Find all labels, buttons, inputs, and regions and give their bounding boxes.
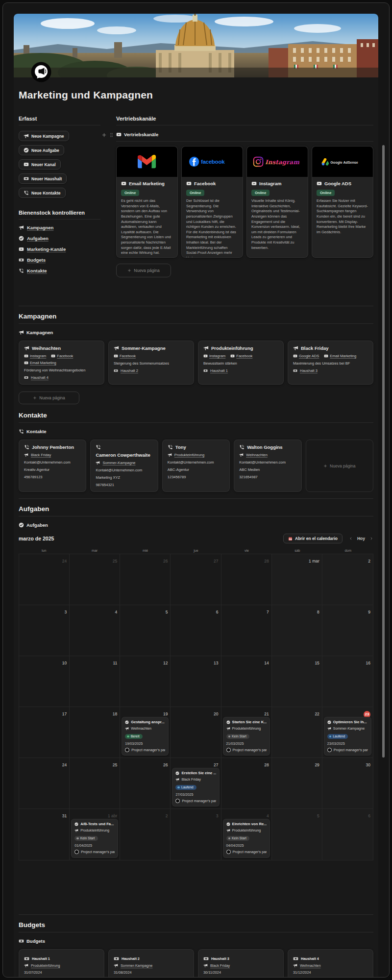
new-page-button[interactable]: Nueva página xyxy=(19,392,79,404)
new-page-card[interactable]: Nueva página xyxy=(306,440,373,492)
channel-card-email-marketing[interactable]: Email MarketingOnlineEs geht nicht um da… xyxy=(116,146,178,258)
campaign-card-black-friday[interactable]: Black FridayGoogle ADSEmail MarketingMax… xyxy=(288,341,373,385)
channel-relation[interactable]: Email Marketing xyxy=(24,361,56,365)
campaign-budget-relation[interactable]: Haushalt 3 xyxy=(293,368,368,373)
calendar-cell[interactable]: 31 xyxy=(19,809,70,860)
calendar-cell[interactable]: 15 xyxy=(272,656,322,707)
budget-card-haushalt-4[interactable]: Haushalt 4Weihnachten31/12/202412/01/202… xyxy=(288,949,373,977)
channel-card-google-ads[interactable]: Google AdSenseGoogle ADSOnlineErfassen S… xyxy=(312,146,373,258)
campaign-budget-relation[interactable]: Haushalt 4 xyxy=(24,375,99,380)
calendar-cell[interactable]: 30 xyxy=(322,758,373,809)
quick-add-button-neue-kontakte[interactable]: Neue Kontakte xyxy=(19,188,66,198)
quick-add-button-neue-aufgabe[interactable]: Neue Aufgabe xyxy=(19,145,64,155)
calendar-cell[interactable]: 8 xyxy=(272,605,322,656)
task-event-card[interactable]: Einrichten von Re...ProdukteinführungKei… xyxy=(223,819,270,858)
calendar-cell[interactable]: 3 xyxy=(19,605,70,656)
chevron-right-icon[interactable] xyxy=(369,537,373,540)
campaign-budget-relation[interactable]: Haushalt 1 xyxy=(203,368,278,373)
calendar-cell[interactable]: 16 xyxy=(322,656,373,707)
calendar-cell[interactable]: 12 xyxy=(120,656,171,707)
sidebar-link-kampagnen[interactable]: Kampagnen xyxy=(19,225,100,230)
calendar-cell[interactable]: 1 abrA/B-Tests und Fa...Produkteinführun… xyxy=(70,809,120,860)
calendar-cell[interactable]: 1 mar xyxy=(272,554,322,605)
new-page-button[interactable]: Nueva página xyxy=(116,264,171,277)
channel-relation[interactable]: Email Marketing xyxy=(324,354,356,358)
channel-card-instagram[interactable]: InstagramInstagramOnlineVisuelle Inhalte… xyxy=(246,146,308,258)
channel-relation[interactable]: Instagram xyxy=(24,354,46,358)
contact-card-johnny-pemberton[interactable]: Johnny PembertonBlack FridayKontakt@Unte… xyxy=(19,440,86,492)
page-icon[interactable] xyxy=(30,62,52,84)
calendar-cell[interactable]: 14 xyxy=(221,656,272,707)
task-event-card[interactable]: Gestaltung anspr...WeihnachtenBereit19/0… xyxy=(122,717,169,756)
channel-relation[interactable]: Google ADS xyxy=(293,354,319,358)
budget-card-haushalt-3[interactable]: Haushalt 3Black Friday30/11/202411/01/20… xyxy=(198,949,284,977)
calendar-cell[interactable]: 13 xyxy=(171,656,221,707)
contact-campaign-relation[interactable]: Produkteinführung xyxy=(168,453,224,457)
sidebar-link-marketing-kanäle[interactable]: Marketing-Kanäle xyxy=(19,246,100,252)
cover-image[interactable] xyxy=(14,14,378,77)
calendar-cell[interactable]: 21Starten Sie eine K...Produkteinführung… xyxy=(221,707,272,758)
budget-card-haushalt-1[interactable]: Haushalt 1Produkteinführung31/07/202407/… xyxy=(19,949,104,977)
calendar-cell[interactable]: 26 xyxy=(120,554,171,605)
calendar-cell[interactable]: 29 xyxy=(272,758,322,809)
scrollbar[interactable] xyxy=(382,145,385,758)
sidebar-link-budgets[interactable]: Budgets xyxy=(19,257,100,263)
contact-card-walton-goggins[interactable]: Walton GogginsWeihnachtenKontakt@Unterne… xyxy=(234,440,301,492)
channel-relation[interactable]: Facebook xyxy=(51,354,73,358)
contact-campaign-relation[interactable]: Weihnachten xyxy=(239,453,296,457)
calendar-cell[interactable]: 6 xyxy=(171,605,221,656)
calendar-cell[interactable]: 28 xyxy=(221,758,272,809)
sidebar-link-kontakte[interactable]: Kontakte xyxy=(19,268,100,273)
quick-add-button-neuer-haushalt[interactable]: Neuer Haushalt xyxy=(19,173,67,184)
calendar-cell[interactable]: 5 xyxy=(120,605,171,656)
calendar-cell[interactable]: 5 xyxy=(272,809,322,860)
calendar-cell[interactable]: 27 xyxy=(171,554,221,605)
calendar-cell[interactable]: 27Erstellen Sie eine ...Black FridayLauf… xyxy=(171,758,221,809)
campaign-card-weihnachten[interactable]: WeihnachtenInstagramFacebookEmail Market… xyxy=(19,341,104,385)
calendar-cell[interactable]: 25 xyxy=(70,758,120,809)
calendar-cell[interactable]: 2 xyxy=(322,554,373,605)
calendar-cell[interactable]: 25 xyxy=(70,554,120,605)
sidebar-link-aufgaben[interactable]: Aufgaben xyxy=(19,236,100,241)
channel-relation[interactable]: Facebook xyxy=(114,354,136,358)
task-event-card[interactable]: Optimieren Sie Ih...Sommer-KampagneLaufe… xyxy=(324,717,371,756)
calendar-cell[interactable]: 10 xyxy=(19,656,70,707)
calendar-cell[interactable]: 17 xyxy=(19,707,70,758)
channel-relation[interactable]: Instagram xyxy=(203,354,225,358)
drag-handle-icon[interactable] xyxy=(109,132,114,138)
contact-card-tony[interactable]: TonyProdukteinführungKontakt@Unternehmen… xyxy=(162,440,230,492)
chevron-left-icon[interactable] xyxy=(349,537,353,540)
contacts-db-title[interactable]: Kontakte xyxy=(19,429,373,434)
channel-card-facebook[interactable]: facebookFacebookOnlineDer Schlüssel ist … xyxy=(181,146,243,258)
quick-add-button-neuer-kanal[interactable]: Neuer Kanal xyxy=(19,159,61,170)
contact-campaign-relation[interactable]: Black Friday xyxy=(24,453,81,457)
calendar-cell[interactable]: 28 xyxy=(221,554,272,605)
calendar-cell[interactable]: 18 xyxy=(70,707,120,758)
channels-db-title[interactable]: Vertriebskanäle xyxy=(116,132,373,142)
budgets-db-title[interactable]: Budgets xyxy=(19,938,373,944)
calendar-cell[interactable]: 11 xyxy=(70,656,120,707)
budget-campaign-relation[interactable]: Weihnachten xyxy=(293,963,368,968)
campaigns-db-title[interactable]: Kampagnen xyxy=(19,330,373,335)
task-event-card[interactable]: A/B-Tests und Fa...ProdukteinführungKein… xyxy=(71,819,118,858)
calendar-cell[interactable]: 22 xyxy=(272,707,322,758)
quick-add-button-neue-kampagne[interactable]: Neue Kampagne xyxy=(19,131,69,141)
calendar-cell[interactable]: 6 xyxy=(322,809,373,860)
contact-campaign-relation[interactable]: Sommer-Kampagne xyxy=(96,461,152,465)
task-event-card[interactable]: Erstellen Sie eine ...Black FridayLaufen… xyxy=(172,768,219,807)
campaign-card-sommer-kampagne[interactable]: Sommer-KampagneFacebookSteigerung des So… xyxy=(108,341,194,385)
calendar-cell[interactable]: 7 xyxy=(221,605,272,656)
calendar-cell[interactable]: 24 xyxy=(19,758,70,809)
calendar-cell[interactable]: 26 xyxy=(120,758,171,809)
tasks-db-title[interactable]: Aufgaben xyxy=(19,522,373,528)
calendar-cell[interactable]: 2 xyxy=(120,809,171,860)
calendar-cell[interactable]: 19Gestaltung anspr...WeihnachtenBereit19… xyxy=(120,707,171,758)
calendar-cell[interactable]: 4 xyxy=(70,605,120,656)
budget-campaign-relation[interactable]: Produkteinführung xyxy=(24,963,99,968)
budget-card-haushalt-2[interactable]: Haushalt 2Sommer-Kampagne31/08/202408/01… xyxy=(108,949,194,977)
calendar-cell[interactable]: 4Einrichten von Re...ProdukteinführungKe… xyxy=(221,809,272,860)
budget-campaign-relation[interactable]: Black Friday xyxy=(203,963,278,968)
plus-icon[interactable] xyxy=(101,132,107,138)
today-button[interactable]: Hoy xyxy=(357,536,365,541)
campaign-budget-relation[interactable]: Haushalt 2 xyxy=(114,368,189,373)
